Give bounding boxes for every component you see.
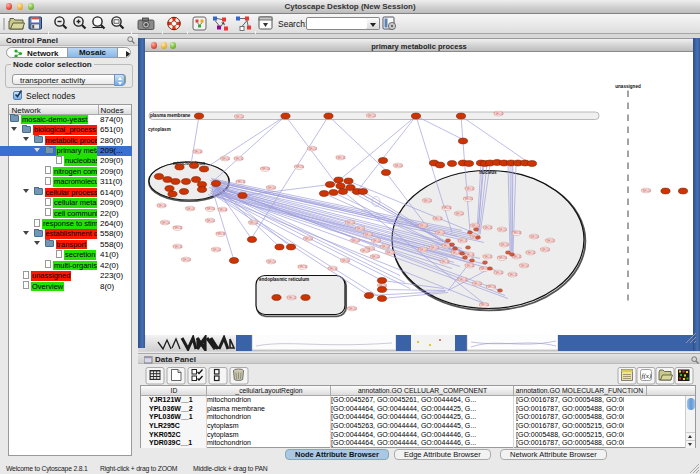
svg-text:YBR034: YBR034 — [463, 197, 473, 201]
svg-text:YBR034: YBR034 — [345, 220, 355, 224]
svg-text:YBR034: YBR034 — [508, 272, 518, 276]
svg-text:YBR034: YBR034 — [234, 156, 244, 160]
svg-text:YBR034: YBR034 — [220, 156, 230, 160]
svg-text:YBR034: YBR034 — [526, 250, 536, 254]
svg-text:YBR034: YBR034 — [336, 155, 346, 159]
svg-text:YBR034: YBR034 — [393, 163, 403, 167]
svg-text:YBR034: YBR034 — [483, 225, 493, 229]
svg-text:YBR034: YBR034 — [433, 216, 443, 220]
svg-text:YBR034: YBR034 — [298, 265, 308, 269]
svg-text:YBR034: YBR034 — [454, 211, 464, 215]
svg-text:YBR034: YBR034 — [370, 254, 380, 258]
svg-text:YBR034: YBR034 — [472, 281, 482, 285]
svg-text:unassigned: unassigned — [615, 83, 641, 88]
svg-text:YBR034: YBR034 — [371, 238, 381, 242]
svg-text:cytoplasm: cytoplasm — [148, 126, 171, 131]
svg-text:YBR034: YBR034 — [205, 218, 215, 222]
svg-text:YBR034: YBR034 — [234, 114, 244, 118]
svg-text:YBR034: YBR034 — [380, 244, 390, 248]
svg-text:YBR034: YBR034 — [211, 247, 221, 251]
svg-text:YBR034: YBR034 — [494, 111, 504, 115]
svg-text:YBR034: YBR034 — [181, 257, 191, 261]
svg-text:YBR034: YBR034 — [497, 227, 507, 231]
svg-text:YBR034: YBR034 — [440, 259, 450, 263]
svg-text:YBR034: YBR034 — [303, 236, 313, 240]
svg-text:nucleus: nucleus — [479, 170, 497, 175]
svg-text:YBR034: YBR034 — [307, 146, 317, 150]
svg-text:YBR034: YBR034 — [519, 263, 529, 267]
svg-text:YBR034: YBR034 — [418, 247, 428, 251]
svg-text:YBR034: YBR034 — [185, 206, 195, 210]
svg-text:YBR034: YBR034 — [641, 188, 651, 192]
svg-text:YBR034: YBR034 — [260, 167, 270, 171]
svg-text:YBR034: YBR034 — [157, 203, 167, 207]
svg-text:YBR034: YBR034 — [236, 180, 246, 184]
svg-text:YBR034: YBR034 — [266, 185, 276, 189]
svg-text:plasma membrane: plasma membrane — [150, 113, 191, 118]
svg-text:YBR034: YBR034 — [266, 259, 276, 263]
svg-text:YBR034: YBR034 — [435, 230, 445, 234]
svg-text:YBR034: YBR034 — [350, 238, 360, 242]
svg-text:YBR034: YBR034 — [429, 245, 439, 249]
svg-text:YBR034: YBR034 — [442, 206, 452, 210]
svg-text:YBR034: YBR034 — [216, 232, 226, 236]
svg-text:YBR034: YBR034 — [494, 270, 504, 274]
svg-text:YBR034: YBR034 — [486, 285, 496, 289]
svg-text:endoplasmic reticulum: endoplasmic reticulum — [259, 277, 309, 282]
svg-text:YBR034: YBR034 — [218, 207, 228, 211]
svg-text:YBR034: YBR034 — [193, 149, 203, 153]
svg-text:YBR034: YBR034 — [355, 226, 365, 230]
svg-text:YBR034: YBR034 — [287, 295, 297, 299]
svg-text:YBR034: YBR034 — [458, 277, 468, 281]
svg-text:YBR034: YBR034 — [545, 238, 555, 242]
svg-text:YBR034: YBR034 — [465, 186, 475, 190]
svg-text:YBR034: YBR034 — [360, 248, 370, 252]
svg-text:YBR034: YBR034 — [173, 226, 183, 230]
svg-text:YBR034: YBR034 — [366, 113, 376, 117]
svg-text:YBR034: YBR034 — [328, 266, 338, 270]
svg-text:YBR034: YBR034 — [470, 223, 480, 227]
svg-text:YBR034: YBR034 — [248, 220, 258, 224]
svg-text:YBR034: YBR034 — [499, 242, 509, 246]
svg-text:YBR034: YBR034 — [483, 254, 493, 258]
svg-text:YBR034: YBR034 — [363, 232, 373, 236]
svg-text:YBR034: YBR034 — [422, 198, 432, 202]
svg-text:YBR034: YBR034 — [479, 303, 489, 307]
svg-text:YBR034: YBR034 — [385, 250, 395, 254]
svg-text:YBR034: YBR034 — [465, 263, 475, 267]
svg-text:YBR034: YBR034 — [347, 306, 357, 310]
svg-text:YBR034: YBR034 — [529, 234, 539, 238]
svg-text:YBR034: YBR034 — [173, 244, 183, 248]
svg-text:YBR034: YBR034 — [540, 247, 550, 251]
svg-text:YBR034: YBR034 — [497, 256, 507, 260]
svg-text:YBR034: YBR034 — [512, 231, 522, 235]
svg-text:YBR034: YBR034 — [294, 165, 304, 169]
svg-text:YBR034: YBR034 — [160, 220, 170, 224]
svg-text:YBR034: YBR034 — [418, 223, 428, 227]
svg-text:YBR034: YBR034 — [458, 238, 468, 242]
svg-text:YBR034: YBR034 — [340, 258, 350, 262]
svg-text:YBR034: YBR034 — [205, 207, 215, 211]
svg-text:f(x): f(x) — [642, 372, 652, 380]
